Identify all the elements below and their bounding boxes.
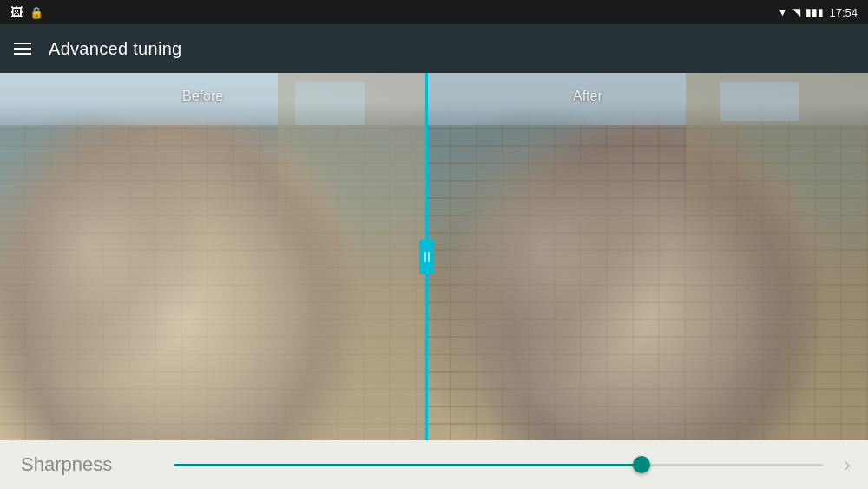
gallery-icon: 🖼 [10,5,23,19]
before-image-panel [0,73,425,440]
next-button[interactable]: › [844,453,851,477]
hamburger-line-2 [14,48,31,50]
app-title: Advanced tuning [49,39,182,59]
clock: 17:54 [829,6,858,19]
svg-rect-4 [295,82,365,125]
after-label: After [573,89,602,104]
controls-panel: Sharpness › [0,440,868,489]
signal-icon: ◥ [792,6,800,18]
app-bar: Advanced tuning [0,24,868,73]
sharpness-label: Sharpness [21,453,160,476]
before-label: Before [182,89,223,104]
wifi-icon: ▼ [778,6,788,18]
svg-rect-9 [720,82,799,121]
slider-thumb[interactable] [633,456,650,473]
slider-track[interactable] [174,464,823,466]
status-bar: 🖼 🔒 ▼ ◥ ▮▮▮ 17:54 [0,0,868,24]
hamburger-line-3 [14,53,31,55]
handle-icon [423,249,431,265]
battery-icon: ▮▮▮ [806,6,824,18]
after-image-panel [425,73,868,440]
hamburger-line-1 [14,43,31,44]
slider-fill [174,464,641,466]
after-texture [425,73,868,440]
before-texture [0,73,425,440]
status-left-icons: 🖼 🔒 [10,5,43,19]
lock-icon: 🔒 [30,6,43,19]
comparison-handle[interactable] [419,240,434,274]
sharpness-slider-container[interactable] [174,447,823,482]
hamburger-menu-button[interactable] [14,43,31,55]
status-right-icons: ▼ ◥ ▮▮▮ 17:54 [778,6,858,19]
image-comparison-area[interactable]: Before After [0,73,868,440]
